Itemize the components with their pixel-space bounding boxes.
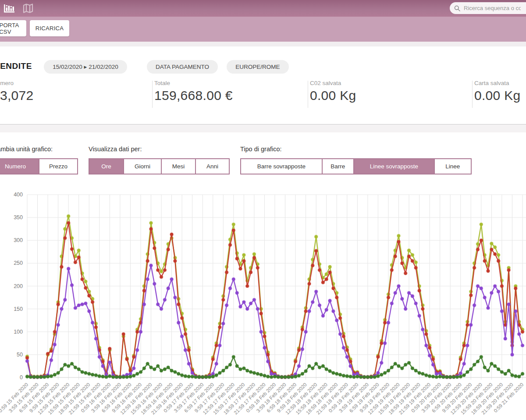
- chart-point[interactable]: [142, 367, 146, 370]
- chart-point[interactable]: [332, 371, 335, 374]
- chart-point[interactable]: [239, 267, 242, 270]
- chart-point[interactable]: [235, 257, 238, 260]
- chart-point[interactable]: [122, 332, 125, 335]
- chart-point[interactable]: [511, 374, 514, 377]
- chart-point[interactable]: [304, 370, 307, 373]
- chart-point[interactable]: [98, 374, 101, 377]
- chart-point[interactable]: [60, 307, 63, 310]
- chart-point[interactable]: [136, 349, 139, 352]
- chart-point[interactable]: [228, 243, 231, 246]
- chart-point[interactable]: [480, 223, 483, 226]
- chart-point[interactable]: [50, 349, 53, 352]
- chart-point[interactable]: [401, 367, 404, 370]
- chart-point[interactable]: [407, 361, 410, 364]
- chart-point[interactable]: [146, 260, 149, 263]
- chart-point[interactable]: [500, 310, 503, 313]
- chart-point[interactable]: [259, 312, 263, 315]
- chart-point[interactable]: [218, 344, 221, 347]
- chart-point[interactable]: [497, 260, 500, 263]
- chart-point[interactable]: [81, 303, 84, 306]
- chart-point[interactable]: [507, 303, 510, 306]
- chart-point[interactable]: [390, 268, 393, 271]
- chart-point[interactable]: [267, 375, 270, 378]
- chart-point[interactable]: [67, 267, 70, 270]
- chart-point[interactable]: [153, 246, 156, 249]
- chart-point[interactable]: [136, 330, 139, 333]
- chart-point[interactable]: [156, 364, 160, 367]
- chart-point[interactable]: [25, 359, 28, 363]
- chart-point[interactable]: [84, 371, 87, 374]
- chart-point[interactable]: [497, 290, 500, 293]
- chart-point[interactable]: [366, 375, 369, 378]
- chart-point[interactable]: [25, 375, 28, 378]
- sales-line-chart[interactable]: 0:59 15 Feb 20203:59 15 Feb 20206:59 15 …: [0, 180, 526, 420]
- chart-point[interactable]: [205, 375, 208, 378]
- chart-point[interactable]: [490, 242, 493, 245]
- chart-point[interactable]: [184, 332, 187, 335]
- chart-point[interactable]: [235, 364, 238, 367]
- chart-point[interactable]: [311, 300, 314, 303]
- chart-point[interactable]: [232, 278, 235, 281]
- chart-point[interactable]: [118, 375, 121, 378]
- chart-point[interactable]: [514, 287, 517, 290]
- chart-point[interactable]: [518, 375, 521, 378]
- chart-point[interactable]: [401, 297, 404, 300]
- chart-point[interactable]: [514, 310, 517, 313]
- chart-point[interactable]: [46, 352, 50, 355]
- chart-point[interactable]: [267, 360, 270, 363]
- chart-point[interactable]: [215, 374, 218, 377]
- chart-point[interactable]: [411, 295, 414, 298]
- chart-point[interactable]: [431, 363, 434, 366]
- chart-point[interactable]: [390, 302, 393, 305]
- chart-point[interactable]: [77, 368, 80, 371]
- chart-point[interactable]: [497, 253, 500, 256]
- chart-point[interactable]: [256, 307, 259, 310]
- chart-point[interactable]: [153, 368, 156, 371]
- chart-point[interactable]: [50, 359, 53, 362]
- chart-point[interactable]: [187, 375, 190, 378]
- chart-point[interactable]: [174, 260, 177, 263]
- chart-point[interactable]: [304, 310, 307, 313]
- chart-point[interactable]: [401, 262, 404, 265]
- chart-point[interactable]: [442, 375, 445, 378]
- chart-point[interactable]: [318, 268, 321, 271]
- search-input[interactable]: [463, 4, 522, 12]
- chart-point[interactable]: [291, 375, 294, 378]
- chart-point[interactable]: [490, 248, 493, 251]
- chart-point[interactable]: [167, 366, 170, 369]
- chart-point[interactable]: [438, 375, 441, 378]
- chart-point[interactable]: [455, 375, 458, 378]
- chart-point[interactable]: [428, 354, 431, 357]
- chart-point[interactable]: [328, 370, 331, 373]
- chart-point[interactable]: [487, 306, 490, 310]
- chart-point[interactable]: [67, 214, 70, 217]
- chart-point[interactable]: [504, 337, 507, 340]
- payment-date-badge[interactable]: DATA PAGAMENTO: [147, 60, 218, 74]
- chart-canvas[interactable]: 0:59 15 Feb 20203:59 15 Feb 20206:59 15 …: [0, 180, 526, 420]
- chart-point[interactable]: [91, 373, 94, 376]
- chart-point[interactable]: [53, 373, 56, 376]
- chart-point[interactable]: [407, 292, 410, 295]
- chart-point[interactable]: [414, 369, 417, 372]
- chart-point[interactable]: [384, 371, 387, 374]
- chart-point[interactable]: [418, 289, 421, 292]
- chart-point[interactable]: [359, 375, 363, 378]
- chart-point[interactable]: [222, 369, 225, 372]
- chart-point[interactable]: [174, 370, 177, 374]
- chart-point[interactable]: [328, 265, 331, 268]
- chart-point[interactable]: [483, 366, 486, 369]
- chart-point[interactable]: [263, 374, 266, 377]
- type-barre-button[interactable]: Barre: [322, 159, 353, 174]
- chart-point[interactable]: [325, 273, 328, 276]
- chart-point[interactable]: [473, 266, 476, 269]
- chart-point[interactable]: [459, 372, 462, 375]
- chart-point[interactable]: [160, 270, 163, 273]
- chart-point[interactable]: [115, 375, 118, 378]
- chart-point[interactable]: [263, 335, 266, 338]
- chart-point[interactable]: [218, 326, 221, 329]
- chart-point[interactable]: [252, 253, 256, 256]
- period-anni-button[interactable]: Anni: [195, 159, 229, 174]
- chart-point[interactable]: [67, 364, 70, 367]
- chart-point[interactable]: [242, 253, 245, 256]
- chart-point[interactable]: [301, 372, 304, 375]
